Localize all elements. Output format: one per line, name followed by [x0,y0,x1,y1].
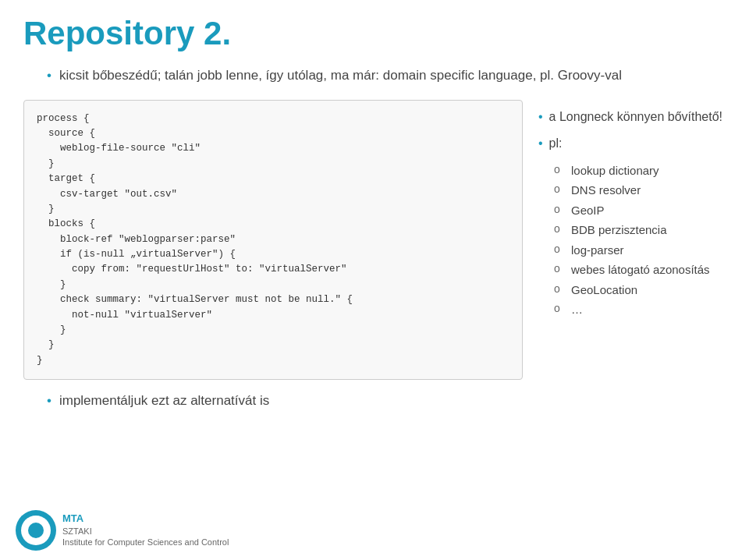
main-content: process { source { weblog-file-source "c… [23,100,726,411]
logo-text: MTA SZTAKI Institute for Computer Scienc… [62,512,229,548]
code-block: process { source { weblog-file-source "c… [23,100,523,380]
page-container: Repository 2. kicsit bőbeszédű; talán jo… [0,0,749,560]
list-item: DNS resolver [554,180,726,200]
list-item: webes látogató azonosítás [554,260,726,280]
right-bullet-longneck: a Longneck könnyen bővíthető! [538,108,726,126]
bottom-bullet: implementáljuk ezt az alternatívát is [47,391,523,411]
list-item: GeoLocation [554,280,726,300]
list-item: lookup dictionary [554,161,726,181]
page-title: Repository 2. [23,16,726,51]
left-column: process { source { weblog-file-source "c… [23,100,523,411]
intro-bullet: kicsit bőbeszédű; talán jobb lenne, így … [47,66,726,86]
list-item: GeoIP [554,200,726,221]
right-column: a Longneck könnyen bővíthető! pl: lookup… [538,100,726,320]
list-item: log-parser [554,240,726,261]
logo-area: MTA SZTAKI Institute for Computer Scienc… [16,510,229,551]
logo-icon [16,510,56,551]
sub-list: lookup dictionary DNS resolver GeoIP BDB… [554,161,726,320]
list-item: … [554,299,726,320]
right-bullet-pl: pl: [538,134,726,153]
list-item: BDB perzisztencia [554,220,726,240]
